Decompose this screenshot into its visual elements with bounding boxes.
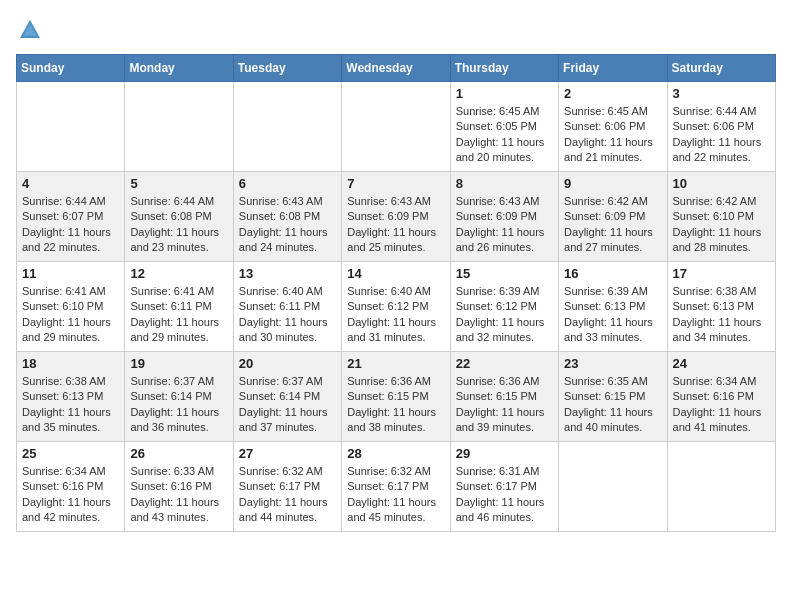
day-info: Sunrise: 6:44 AM Sunset: 6:08 PM Dayligh… xyxy=(130,194,227,256)
day-number: 10 xyxy=(673,176,770,191)
day-info: Sunrise: 6:41 AM Sunset: 6:10 PM Dayligh… xyxy=(22,284,119,346)
day-info: Sunrise: 6:40 AM Sunset: 6:11 PM Dayligh… xyxy=(239,284,336,346)
calendar-cell: 13Sunrise: 6:40 AM Sunset: 6:11 PM Dayli… xyxy=(233,262,341,352)
weekday-header: Wednesday xyxy=(342,55,450,82)
day-number: 21 xyxy=(347,356,444,371)
day-number: 5 xyxy=(130,176,227,191)
day-number: 1 xyxy=(456,86,553,101)
day-number: 29 xyxy=(456,446,553,461)
calendar-table: SundayMondayTuesdayWednesdayThursdayFrid… xyxy=(16,54,776,532)
day-info: Sunrise: 6:38 AM Sunset: 6:13 PM Dayligh… xyxy=(22,374,119,436)
calendar-cell: 12Sunrise: 6:41 AM Sunset: 6:11 PM Dayli… xyxy=(125,262,233,352)
calendar-cell xyxy=(667,442,775,532)
calendar-cell: 21Sunrise: 6:36 AM Sunset: 6:15 PM Dayli… xyxy=(342,352,450,442)
day-info: Sunrise: 6:32 AM Sunset: 6:17 PM Dayligh… xyxy=(347,464,444,526)
weekday-header: Thursday xyxy=(450,55,558,82)
weekday-header: Friday xyxy=(559,55,667,82)
day-number: 25 xyxy=(22,446,119,461)
calendar-cell: 11Sunrise: 6:41 AM Sunset: 6:10 PM Dayli… xyxy=(17,262,125,352)
day-number: 14 xyxy=(347,266,444,281)
calendar-cell: 4Sunrise: 6:44 AM Sunset: 6:07 PM Daylig… xyxy=(17,172,125,262)
day-info: Sunrise: 6:38 AM Sunset: 6:13 PM Dayligh… xyxy=(673,284,770,346)
day-info: Sunrise: 6:31 AM Sunset: 6:17 PM Dayligh… xyxy=(456,464,553,526)
day-info: Sunrise: 6:32 AM Sunset: 6:17 PM Dayligh… xyxy=(239,464,336,526)
calendar-cell: 5Sunrise: 6:44 AM Sunset: 6:08 PM Daylig… xyxy=(125,172,233,262)
logo xyxy=(16,16,48,44)
weekday-header: Saturday xyxy=(667,55,775,82)
day-info: Sunrise: 6:42 AM Sunset: 6:09 PM Dayligh… xyxy=(564,194,661,256)
day-info: Sunrise: 6:40 AM Sunset: 6:12 PM Dayligh… xyxy=(347,284,444,346)
calendar-cell xyxy=(17,82,125,172)
day-number: 13 xyxy=(239,266,336,281)
day-info: Sunrise: 6:34 AM Sunset: 6:16 PM Dayligh… xyxy=(673,374,770,436)
day-info: Sunrise: 6:36 AM Sunset: 6:15 PM Dayligh… xyxy=(456,374,553,436)
day-number: 24 xyxy=(673,356,770,371)
calendar-week-row: 4Sunrise: 6:44 AM Sunset: 6:07 PM Daylig… xyxy=(17,172,776,262)
weekday-header-row: SundayMondayTuesdayWednesdayThursdayFrid… xyxy=(17,55,776,82)
day-number: 2 xyxy=(564,86,661,101)
day-info: Sunrise: 6:37 AM Sunset: 6:14 PM Dayligh… xyxy=(239,374,336,436)
calendar-cell: 20Sunrise: 6:37 AM Sunset: 6:14 PM Dayli… xyxy=(233,352,341,442)
calendar-cell: 16Sunrise: 6:39 AM Sunset: 6:13 PM Dayli… xyxy=(559,262,667,352)
day-number: 22 xyxy=(456,356,553,371)
calendar-cell: 9Sunrise: 6:42 AM Sunset: 6:09 PM Daylig… xyxy=(559,172,667,262)
day-info: Sunrise: 6:45 AM Sunset: 6:05 PM Dayligh… xyxy=(456,104,553,166)
day-number: 20 xyxy=(239,356,336,371)
day-number: 27 xyxy=(239,446,336,461)
calendar-cell: 25Sunrise: 6:34 AM Sunset: 6:16 PM Dayli… xyxy=(17,442,125,532)
calendar-cell: 6Sunrise: 6:43 AM Sunset: 6:08 PM Daylig… xyxy=(233,172,341,262)
calendar-cell: 27Sunrise: 6:32 AM Sunset: 6:17 PM Dayli… xyxy=(233,442,341,532)
calendar-cell xyxy=(233,82,341,172)
calendar-cell: 2Sunrise: 6:45 AM Sunset: 6:06 PM Daylig… xyxy=(559,82,667,172)
day-number: 26 xyxy=(130,446,227,461)
day-number: 7 xyxy=(347,176,444,191)
weekday-header: Monday xyxy=(125,55,233,82)
calendar-cell: 28Sunrise: 6:32 AM Sunset: 6:17 PM Dayli… xyxy=(342,442,450,532)
day-number: 28 xyxy=(347,446,444,461)
day-info: Sunrise: 6:39 AM Sunset: 6:12 PM Dayligh… xyxy=(456,284,553,346)
calendar-cell: 22Sunrise: 6:36 AM Sunset: 6:15 PM Dayli… xyxy=(450,352,558,442)
day-number: 23 xyxy=(564,356,661,371)
day-info: Sunrise: 6:43 AM Sunset: 6:09 PM Dayligh… xyxy=(456,194,553,256)
calendar-week-row: 25Sunrise: 6:34 AM Sunset: 6:16 PM Dayli… xyxy=(17,442,776,532)
calendar-cell: 3Sunrise: 6:44 AM Sunset: 6:06 PM Daylig… xyxy=(667,82,775,172)
page-header xyxy=(16,16,776,44)
day-info: Sunrise: 6:35 AM Sunset: 6:15 PM Dayligh… xyxy=(564,374,661,436)
weekday-header: Sunday xyxy=(17,55,125,82)
calendar-week-row: 1Sunrise: 6:45 AM Sunset: 6:05 PM Daylig… xyxy=(17,82,776,172)
calendar-cell: 18Sunrise: 6:38 AM Sunset: 6:13 PM Dayli… xyxy=(17,352,125,442)
day-number: 6 xyxy=(239,176,336,191)
calendar-cell: 26Sunrise: 6:33 AM Sunset: 6:16 PM Dayli… xyxy=(125,442,233,532)
calendar-cell: 7Sunrise: 6:43 AM Sunset: 6:09 PM Daylig… xyxy=(342,172,450,262)
calendar-cell: 14Sunrise: 6:40 AM Sunset: 6:12 PM Dayli… xyxy=(342,262,450,352)
day-info: Sunrise: 6:33 AM Sunset: 6:16 PM Dayligh… xyxy=(130,464,227,526)
calendar-week-row: 18Sunrise: 6:38 AM Sunset: 6:13 PM Dayli… xyxy=(17,352,776,442)
calendar-cell: 1Sunrise: 6:45 AM Sunset: 6:05 PM Daylig… xyxy=(450,82,558,172)
calendar-cell: 17Sunrise: 6:38 AM Sunset: 6:13 PM Dayli… xyxy=(667,262,775,352)
day-info: Sunrise: 6:43 AM Sunset: 6:09 PM Dayligh… xyxy=(347,194,444,256)
day-number: 3 xyxy=(673,86,770,101)
day-number: 16 xyxy=(564,266,661,281)
day-number: 18 xyxy=(22,356,119,371)
day-number: 12 xyxy=(130,266,227,281)
day-info: Sunrise: 6:43 AM Sunset: 6:08 PM Dayligh… xyxy=(239,194,336,256)
day-info: Sunrise: 6:34 AM Sunset: 6:16 PM Dayligh… xyxy=(22,464,119,526)
day-number: 15 xyxy=(456,266,553,281)
calendar-cell: 24Sunrise: 6:34 AM Sunset: 6:16 PM Dayli… xyxy=(667,352,775,442)
day-info: Sunrise: 6:37 AM Sunset: 6:14 PM Dayligh… xyxy=(130,374,227,436)
calendar-week-row: 11Sunrise: 6:41 AM Sunset: 6:10 PM Dayli… xyxy=(17,262,776,352)
day-info: Sunrise: 6:41 AM Sunset: 6:11 PM Dayligh… xyxy=(130,284,227,346)
day-info: Sunrise: 6:44 AM Sunset: 6:07 PM Dayligh… xyxy=(22,194,119,256)
calendar-cell xyxy=(125,82,233,172)
weekday-header: Tuesday xyxy=(233,55,341,82)
day-info: Sunrise: 6:44 AM Sunset: 6:06 PM Dayligh… xyxy=(673,104,770,166)
day-info: Sunrise: 6:39 AM Sunset: 6:13 PM Dayligh… xyxy=(564,284,661,346)
calendar-cell: 23Sunrise: 6:35 AM Sunset: 6:15 PM Dayli… xyxy=(559,352,667,442)
day-number: 17 xyxy=(673,266,770,281)
calendar-cell: 15Sunrise: 6:39 AM Sunset: 6:12 PM Dayli… xyxy=(450,262,558,352)
day-info: Sunrise: 6:36 AM Sunset: 6:15 PM Dayligh… xyxy=(347,374,444,436)
logo-icon xyxy=(16,16,44,44)
calendar-cell: 19Sunrise: 6:37 AM Sunset: 6:14 PM Dayli… xyxy=(125,352,233,442)
calendar-cell: 10Sunrise: 6:42 AM Sunset: 6:10 PM Dayli… xyxy=(667,172,775,262)
calendar-cell: 8Sunrise: 6:43 AM Sunset: 6:09 PM Daylig… xyxy=(450,172,558,262)
